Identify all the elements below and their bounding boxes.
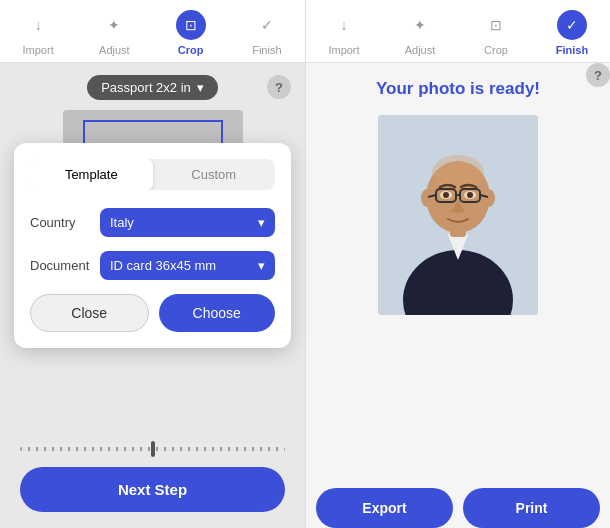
person-photo-svg [378,115,538,315]
next-step-button[interactable]: Next Step [20,467,285,512]
format-dropdown-icon: ▾ [197,80,204,95]
right-content-wrapper: Your photo is ready! ? [306,63,610,528]
nav-crop-left[interactable]: ⊡ Crop [161,10,221,56]
export-button[interactable]: Export [316,488,453,528]
import-label-right: Import [328,44,359,56]
crop-label-right: Crop [484,44,508,56]
help-button-left[interactable]: ? [267,75,291,99]
adjust-icon-left: ✦ [99,10,129,40]
close-button[interactable]: Close [30,294,149,332]
modal-buttons: Close Choose [30,294,275,332]
crop-slider-thumb[interactable] [151,441,155,457]
document-dropdown-icon: ▾ [258,258,265,273]
import-icon-left: ↓ [23,10,53,40]
crop-icon-right: ⊡ [481,10,511,40]
crop-slider-area [0,439,305,459]
right-content: Your photo is ready! ? [360,63,556,472]
nav-import-right[interactable]: ↓ Import [314,10,374,56]
crop-slider-track[interactable] [20,447,285,451]
toggle-group: Template Custom [30,159,275,190]
format-selector[interactable]: Passport 2x2 in ▾ [87,75,218,100]
print-button[interactable]: Print [463,488,600,528]
nav-adjust-left[interactable]: ✦ Adjust [84,10,144,56]
adjust-label-right: Adjust [405,44,436,56]
svg-point-15 [443,192,449,198]
nav-finish-right[interactable]: ✓ Finish [542,10,602,56]
photo-result [378,115,538,315]
nav-adjust-right[interactable]: ✦ Adjust [390,10,450,56]
ready-title: Your photo is ready! [376,79,540,99]
import-label-left: Import [23,44,54,56]
svg-point-6 [483,189,495,207]
nav-import-left[interactable]: ↓ Import [8,10,68,56]
crop-label-left: Crop [178,44,204,56]
svg-point-5 [421,189,433,207]
adjust-icon-right: ✦ [405,10,435,40]
custom-toggle[interactable]: Custom [153,159,276,190]
document-select[interactable]: ID card 36x45 mm ▾ [100,251,275,280]
left-panel: ↓ Import ✦ Adjust ⊡ Crop ✓ Finish Passpo… [0,0,305,528]
template-modal: Template Custom Country Italy ▾ Document… [14,143,291,348]
finish-label-right: Finish [556,44,588,56]
svg-point-7 [432,155,484,191]
right-nav-bar: ↓ Import ✦ Adjust ⊡ Crop ✓ Finish [306,0,610,63]
finish-label-left: Finish [252,44,281,56]
country-dropdown-icon: ▾ [258,215,265,230]
choose-button[interactable]: Choose [159,294,276,332]
nav-crop-right[interactable]: ⊡ Crop [466,10,526,56]
country-label: Country [30,215,100,230]
adjust-label-left: Adjust [99,44,130,56]
document-label: Document [30,258,100,273]
template-toggle[interactable]: Template [30,159,153,190]
document-row: Document ID card 36x45 mm ▾ [30,251,275,280]
svg-point-16 [467,192,473,198]
crop-content: Passport 2x2 in ▾ ? Template Custom Coun… [0,63,305,439]
finish-icon-right: ✓ [557,10,587,40]
country-row: Country Italy ▾ [30,208,275,237]
right-panel: ↓ Import ✦ Adjust ⊡ Crop ✓ Finish Your p… [305,0,610,528]
crop-icon-left: ⊡ [176,10,206,40]
format-label: Passport 2x2 in [101,80,191,95]
help-button-right[interactable]: ? [586,63,610,87]
country-select[interactable]: Italy ▾ [100,208,275,237]
left-nav-bar: ↓ Import ✦ Adjust ⊡ Crop ✓ Finish [0,0,305,63]
import-icon-right: ↓ [329,10,359,40]
nav-finish-left[interactable]: ✓ Finish [237,10,297,56]
finish-icon-left: ✓ [252,10,282,40]
export-print-buttons: Export Print [306,488,610,528]
